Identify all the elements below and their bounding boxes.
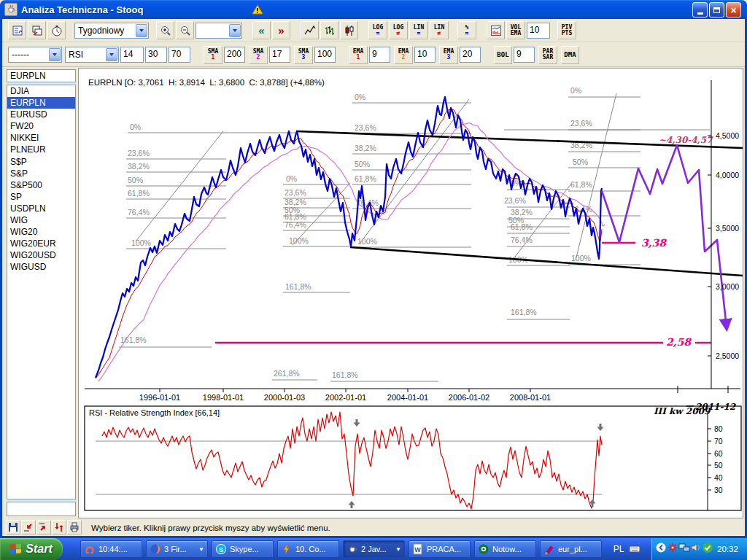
sma3-button[interactable]: SMA3 bbox=[294, 46, 313, 64]
chevron-down-icon[interactable] bbox=[229, 24, 241, 37]
taskbar-task-4[interactable]: 10. Co... bbox=[277, 540, 339, 558]
ticker-item-eurusd[interactable]: EURUSD bbox=[7, 109, 75, 120]
tray-meter-icon[interactable] bbox=[667, 542, 678, 553]
sma1-period-input[interactable]: 200 bbox=[224, 47, 245, 63]
close-button[interactable]: × bbox=[726, 2, 741, 18]
zoom-out-button[interactable] bbox=[176, 21, 194, 39]
save-button[interactable] bbox=[6, 520, 20, 534]
indicator-slot1-select[interactable]: ------ bbox=[8, 47, 62, 63]
import-button[interactable] bbox=[21, 520, 36, 534]
chevron-down-icon[interactable] bbox=[49, 48, 61, 61]
x-axis-label: 1998-01-01 bbox=[203, 393, 244, 402]
dma-button[interactable]: DMA bbox=[561, 46, 579, 64]
percent-scale-button[interactable]: %= bbox=[457, 21, 476, 39]
print-button[interactable] bbox=[67, 520, 82, 534]
ticker-item-s&p[interactable]: S&P bbox=[7, 168, 75, 179]
zoomin-icon bbox=[160, 25, 171, 36]
language-indicator[interactable]: PL bbox=[610, 541, 627, 557]
bollinger-button[interactable]: BOL bbox=[494, 46, 512, 64]
scroll-left-button[interactable]: « bbox=[252, 21, 271, 39]
lin-scale-sync-button[interactable]: LIN= bbox=[409, 21, 428, 39]
taskbar-task-5[interactable]: 2 Jav...▼ bbox=[343, 540, 405, 558]
firefox-icon bbox=[150, 543, 161, 555]
sma2-period-input[interactable]: 17 bbox=[269, 47, 290, 63]
restore-button[interactable] bbox=[709, 2, 724, 18]
interval-select[interactable]: Tygodniowy bbox=[74, 23, 149, 39]
bollinger-period-input[interactable]: 9 bbox=[514, 47, 535, 63]
tray-security-icon[interactable] bbox=[702, 542, 713, 553]
ticker-item-wig20eur[interactable]: WIG20EUR bbox=[7, 238, 75, 249]
winamp-icon bbox=[281, 543, 293, 555]
hide-tray-icons-button[interactable] bbox=[655, 542, 667, 553]
ticker-item-wig[interactable]: WIG bbox=[7, 214, 75, 226]
titlebar: Analiza Techniczna - Stooq × bbox=[0, 0, 747, 19]
ticker-item-wig20usd[interactable]: WIG20USD bbox=[7, 249, 75, 261]
sma1-button[interactable]: SMA1 bbox=[204, 46, 222, 64]
taskbar-task-6[interactable]: WPRACA... bbox=[409, 540, 471, 558]
vol-ema-period-input[interactable]: 10 bbox=[527, 23, 550, 39]
ticker-item-usdpln[interactable]: USDPLN bbox=[7, 203, 75, 214]
parabolic-sar-button[interactable]: PARSAR bbox=[538, 46, 557, 64]
taskbar-task-8[interactable]: eur_pl... bbox=[540, 540, 602, 558]
ema1-button[interactable]: EMA1 bbox=[349, 46, 368, 64]
fib-level-label: 161,8% bbox=[120, 335, 147, 344]
chevron-down-icon[interactable] bbox=[136, 24, 147, 37]
tray-volume-icon[interactable] bbox=[690, 542, 702, 553]
arrange-windows-button[interactable] bbox=[28, 21, 46, 39]
chevron-down-icon[interactable]: ▼ bbox=[198, 546, 204, 553]
indicator-slot2-select[interactable]: RSI bbox=[65, 47, 119, 63]
sma2-button[interactable]: SMA2 bbox=[249, 46, 268, 64]
notow-icon bbox=[478, 543, 489, 555]
ema2-button[interactable]: EMA2 bbox=[394, 46, 413, 64]
pivot-points-button[interactable]: PIVPTS bbox=[557, 21, 576, 39]
ema2-period-input[interactable]: 10 bbox=[414, 47, 436, 63]
ticker-input[interactable]: EURPLN bbox=[7, 69, 76, 82]
rsi-overbought-input[interactable]: 70 bbox=[169, 47, 190, 63]
task-label: 3 Fir... bbox=[164, 545, 187, 553]
ticker-item-s&p500[interactable]: S&P500 bbox=[7, 179, 75, 191]
range-select[interactable] bbox=[196, 23, 242, 39]
sma3-period-input[interactable]: 100 bbox=[314, 47, 336, 63]
start-button[interactable]: Start bbox=[0, 538, 63, 560]
ticker-item-eurpln[interactable]: EURPLN bbox=[7, 97, 75, 109]
ema1-period-input[interactable]: 9 bbox=[369, 47, 390, 63]
report-button[interactable] bbox=[8, 21, 26, 39]
ticker-item-wigusd[interactable]: WIGUSD bbox=[7, 261, 75, 273]
trend-channel-line bbox=[350, 247, 743, 276]
vol-ema-button[interactable]: VOLEMA bbox=[506, 21, 525, 39]
zoom-in-button[interactable] bbox=[156, 21, 174, 39]
minimize-button[interactable] bbox=[692, 2, 708, 18]
rsi-period-input[interactable]: 14 bbox=[120, 47, 144, 63]
log-scale-sync-button[interactable]: LOG= bbox=[368, 21, 387, 39]
taskbar-task-7[interactable]: Notow... bbox=[474, 540, 536, 558]
ticker-item-wig20[interactable]: WIG20 bbox=[7, 226, 75, 238]
start-button-label: Start bbox=[26, 542, 52, 556]
scroll-right-button[interactable]: » bbox=[272, 21, 290, 39]
keyboard-icon[interactable] bbox=[629, 543, 640, 555]
ticker-item-nikkei[interactable]: NIKKEI bbox=[7, 132, 75, 144]
export-button[interactable] bbox=[36, 520, 51, 534]
rsi-oversold-input[interactable]: 30 bbox=[145, 47, 167, 63]
taskbar-task-3[interactable]: SSkype... bbox=[212, 540, 274, 558]
transfer-button[interactable] bbox=[52, 520, 66, 534]
tray-network-icon[interactable] bbox=[678, 542, 690, 553]
ticker-item-sp[interactable]: SP bbox=[7, 191, 75, 203]
line-chart-button[interactable] bbox=[301, 21, 319, 39]
ohlc-chart-button[interactable] bbox=[320, 21, 338, 39]
ticker-item-fw20[interactable]: FW20 bbox=[7, 120, 75, 132]
lin-scale-button[interactable]: LIN≠ bbox=[430, 21, 449, 39]
chevron-down-icon[interactable]: ▼ bbox=[395, 546, 401, 553]
ema3-period-input[interactable]: 20 bbox=[460, 47, 481, 63]
taskbar-task-1[interactable]: 10:44:... bbox=[80, 540, 142, 558]
ticker-item-s$p[interactable]: S$P bbox=[7, 156, 75, 168]
chevron-down-icon[interactable] bbox=[106, 48, 117, 61]
timer-button[interactable] bbox=[47, 21, 66, 39]
rsi-axis-label: 60 bbox=[714, 449, 723, 458]
ticker-item-djia[interactable]: DJIA bbox=[7, 85, 75, 97]
volume-panel-button[interactable] bbox=[487, 21, 505, 39]
taskbar-task-2[interactable]: 3 Fir...▼ bbox=[146, 540, 208, 558]
candlestick-chart-button[interactable] bbox=[340, 21, 358, 39]
log-scale-button[interactable]: LOG≠ bbox=[389, 21, 408, 39]
ticker-item-plneur[interactable]: PLNEUR bbox=[7, 144, 75, 155]
ema3-button[interactable]: EMA3 bbox=[439, 46, 458, 64]
